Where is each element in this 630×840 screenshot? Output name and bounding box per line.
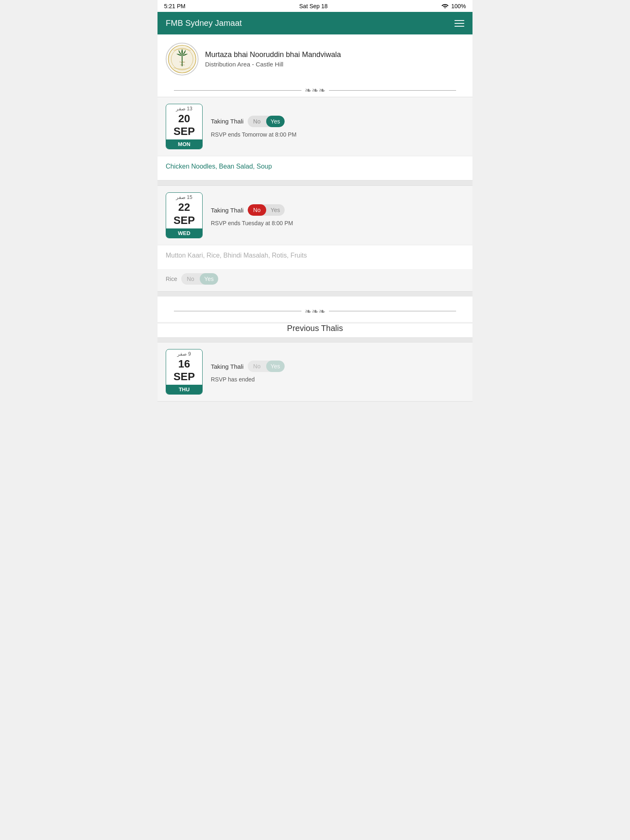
thali-card-20sep: 13 صفر 20 SEP MON Taking Thali No Yes RS… [158,97,472,180]
profile-section: بوهرة مسجد Murtaza bhai Nooruddin bhai M… [158,34,472,84]
toggle-no-22sep[interactable]: No [248,204,266,216]
previous-section-divider: ❧❧❧ [158,297,472,322]
taking-label-20sep: Taking Thali [211,118,244,125]
hijri-date-20sep: 13 صفر [166,104,202,112]
gregorian-day-22sep: 22 SEP [166,201,202,226]
gregorian-day-20sep: 20 SEP [166,112,202,138]
thali-toggle-16sep: No Yes [248,361,285,372]
hijri-date-16sep: 9 صفر [166,349,202,358]
status-bar: 5:21 PM Sat Sep 18 100% [158,0,472,12]
weekday-22sep: WED [166,228,202,238]
menu-section-20sep: Chicken Noodles, Bean Salad, Soup [158,156,472,180]
menu-section-22sep: Mutton Kaari, Rice, Bhindi Masalah, Roti… [158,245,472,269]
date-badge-22sep: 15 صفر 22 SEP WED [166,192,203,238]
rsvp-text-20sep: RSVP ends Tomorrow at 8:00 PM [211,131,464,138]
app-header: FMB Sydney Jamaat [158,12,472,34]
ornament-divider-top: ❧❧❧ [158,84,472,97]
rice-toggle[interactable]: No Yes [181,273,218,285]
profile-name: Murtaza bhai Nooruddin bhai Mandviwala [205,50,464,59]
date-badge-16sep: 9 صفر 16 SEP THU [166,349,203,395]
menu-items-22sep: Mutton Kaari, Rice, Bhindi Masalah, Roti… [166,252,464,259]
weekday-20sep: MON [166,139,202,149]
battery-text: 100% [451,3,466,9]
svg-text:مسجد: مسجد [180,64,185,66]
wifi-icon [441,2,449,9]
thali-info-20sep: Taking Thali No Yes RSVP ends Tomorrow a… [211,116,464,138]
rsvp-text-22sep: RSVP ends Tuesday at 8:00 PM [211,220,464,226]
organization-logo: بوهرة مسجد [166,43,199,75]
rice-toggle-no[interactable]: No [181,273,200,285]
thali-info-22sep: Taking Thali No Yes RSVP ends Tuesday at… [211,204,464,226]
gregorian-day-16sep: 16 SEP [166,358,202,383]
status-date: Sat Sep 18 [299,3,328,9]
rsvp-text-16sep: RSVP has ended [211,376,464,383]
toggle-yes-22sep[interactable]: Yes [266,204,285,216]
rice-toggle-yes[interactable]: Yes [200,273,218,285]
toggle-yes-16sep: Yes [266,361,285,372]
app-title: FMB Sydney Jamaat [166,18,242,28]
thali-toggle-22sep[interactable]: No Yes [248,204,285,216]
thali-info-16sep: Taking Thali No Yes RSVP has ended [211,361,464,383]
rice-option-row: Rice No Yes [158,273,472,291]
rice-label: Rice [166,276,177,282]
taking-label-16sep: Taking Thali [211,363,244,370]
taking-label-22sep: Taking Thali [211,207,244,214]
toggle-yes-20sep[interactable]: Yes [266,116,285,127]
status-time: 5:21 PM [164,3,185,9]
ornament-divider-prev: ❧❧❧ [158,305,472,318]
weekday-16sep: THU [166,385,202,394]
profile-info: Murtaza bhai Nooruddin bhai Mandviwala D… [205,50,464,68]
previous-thalis-title: Previous Thalis [158,324,472,337]
thali-toggle-20sep[interactable]: No Yes [248,116,285,127]
date-badge-20sep: 13 صفر 20 SEP MON [166,104,203,149]
toggle-no-16sep: No [248,361,266,372]
menu-items-20sep: Chicken Noodles, Bean Salad, Soup [166,163,464,170]
menu-button[interactable] [454,20,464,27]
profile-area: Distribution Area - Castle Hill [205,61,464,68]
toggle-no-20sep[interactable]: No [248,116,266,127]
hijri-date-22sep: 15 صفر [166,193,202,201]
thali-card-22sep: 15 صفر 22 SEP WED Taking Thali No Yes RS… [158,185,472,291]
thali-card-16sep: 9 صفر 16 SEP THU Taking Thali No Yes RSV… [158,342,472,402]
